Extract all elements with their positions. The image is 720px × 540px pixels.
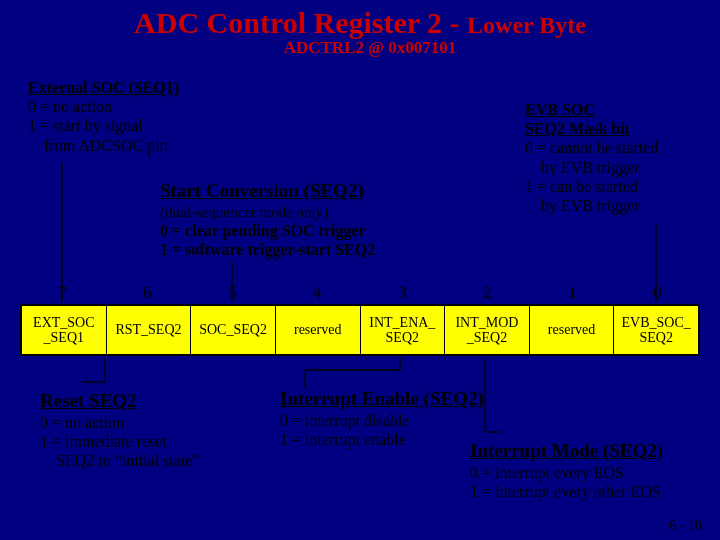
field-reserved: reserved — [530, 306, 615, 354]
bit-number: 1 — [530, 283, 615, 303]
external-soc-header: External SOC (SEQ1) — [28, 78, 179, 97]
title-main: ADC Control Register 2 — [134, 6, 442, 39]
interrupt-enable-header: Interrupt Enable (SEQ2) — [280, 388, 484, 411]
field-soc-seq2: SOC_SEQ2 — [191, 306, 276, 354]
text: 1 = can be started — [525, 177, 658, 196]
bit-number: 5 — [190, 283, 275, 303]
text: (dual-sequencer mode only) — [160, 203, 375, 221]
field-rst-seq2: RST_SEQ2 — [107, 306, 192, 354]
bit-number: 3 — [360, 283, 445, 303]
text: from ADCSOC pin — [28, 136, 179, 155]
field-int-mod-seq2: INT_MOD _SEQ2 — [445, 306, 530, 354]
title-sub: Lower Byte — [467, 12, 586, 38]
text: 1 = software trigger-start SEQ2 — [160, 240, 375, 259]
page-number: 6 - 10 — [669, 518, 702, 534]
text: 0 = interrupt every EOS — [470, 463, 663, 482]
text: 0 = no action — [28, 97, 179, 116]
text: 1 = interrupt every other EOS — [470, 482, 663, 501]
evb-header2: SEQ2 Mask bit — [525, 119, 658, 138]
bit-numbers-row: 7 6 5 4 3 2 1 0 — [20, 283, 700, 303]
text: SEQ2 to “initial state” — [40, 451, 200, 470]
bit-number: 7 — [20, 283, 105, 303]
field-int-ena-seq2: INT_ENA_ SEQ2 — [361, 306, 446, 354]
interrupt-enable-block: Interrupt Enable (SEQ2) 0 = interrupt di… — [280, 388, 484, 449]
start-conversion-block: Start Conversion (SEQ2) (dual-sequencer … — [160, 180, 375, 259]
text: 1 = start by signal — [28, 116, 179, 135]
page-title: ADC Control Register 2 - Lower Byte — [0, 6, 720, 40]
interrupt-mode-block: Interrupt Mode (SEQ2) 0 = interrupt ever… — [470, 440, 663, 501]
text: 1 = interrupt enable — [280, 430, 484, 449]
evb-header1: EVB SOC — [525, 100, 658, 119]
field-ext-soc-seq1: EXT_SOC _SEQ1 — [22, 306, 107, 354]
external-soc-block: External SOC (SEQ1) 0 = no action 1 = st… — [28, 78, 179, 155]
text: 0 = clear pending SOC trigger — [160, 221, 375, 240]
text: 1 = immediate reset — [40, 432, 200, 451]
bit-number: 2 — [445, 283, 530, 303]
evb-soc-block: EVB SOC SEQ2 Mask bit 0 = cannot be star… — [525, 100, 658, 215]
bit-number: 4 — [275, 283, 360, 303]
text: 0 = no action — [40, 413, 200, 432]
field-evb-soc-seq2: EVB_SOC_ SEQ2 — [614, 306, 698, 354]
text: by EVB trigger — [525, 196, 658, 215]
text: 0 = interrupt disable — [280, 411, 484, 430]
bit-number: 6 — [105, 283, 190, 303]
reset-seq2-block: Reset SEQ2 0 = no action 1 = immediate r… — [40, 390, 200, 470]
text: 0 = cannot be started — [525, 138, 658, 157]
start-conversion-header: Start Conversion (SEQ2) — [160, 180, 375, 203]
reset-seq2-header: Reset SEQ2 — [40, 390, 200, 413]
interrupt-mode-header: Interrupt Mode (SEQ2) — [470, 440, 663, 463]
subtitle: ADCTRL2 @ 0x007101 — [20, 38, 720, 58]
register-fields: EXT_SOC _SEQ1 RST_SEQ2 SOC_SEQ2 reserved… — [20, 304, 700, 356]
title-dash: - — [442, 6, 467, 39]
bit-number: 0 — [615, 283, 700, 303]
text: by EVB trigger — [525, 158, 658, 177]
field-reserved: reserved — [276, 306, 361, 354]
